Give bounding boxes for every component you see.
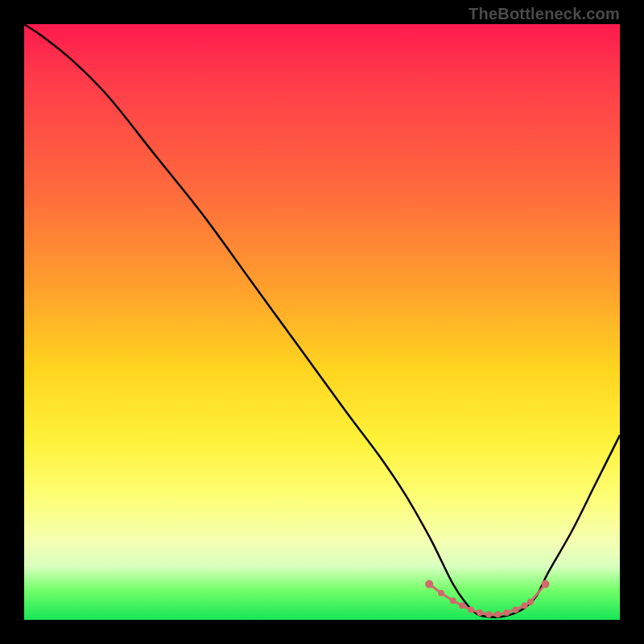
chart-frame [24, 24, 620, 620]
chart-plot-area [24, 24, 620, 620]
watermark: TheBottleneck.com [469, 5, 620, 23]
chart-background-gradient [24, 24, 620, 620]
